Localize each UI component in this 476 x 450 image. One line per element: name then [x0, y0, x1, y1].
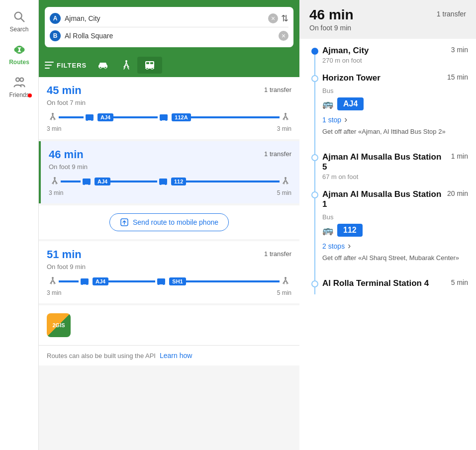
- walk-end-icon-2: [280, 176, 291, 187]
- svg-rect-30: [83, 179, 91, 183]
- svg-rect-13: [145, 61, 154, 68]
- route-header-1: 45 min 1 transfer: [47, 84, 291, 97]
- api-banner: 2GIS: [39, 305, 299, 345]
- svg-point-10: [99, 67, 101, 69]
- destination-input[interactable]: Al Rolla Square: [65, 32, 276, 40]
- svg-rect-45: [157, 278, 165, 283]
- route-start-time-3: 3 min: [47, 289, 61, 296]
- bus-step-icon-2a: [81, 176, 93, 187]
- learn-how-link[interactable]: Learn how: [160, 352, 192, 360]
- tl-stops-toggle-1[interactable]: 1 stop ›: [322, 114, 468, 125]
- swap-button[interactable]: ⇅: [281, 13, 288, 24]
- origin-input[interactable]: Ajman, City: [65, 14, 265, 22]
- route-steps-1: AJ4 112A: [47, 111, 291, 123]
- svg-point-18: [151, 68, 153, 70]
- origin-clear-button[interactable]: ×: [268, 13, 278, 23]
- search-area: A Ajman, City × ⇅ B Al Rolla Square ×: [39, 0, 299, 53]
- route-header-2: 46 min 1 transfer: [49, 148, 291, 161]
- car-icon: [97, 61, 108, 69]
- route-times-1: 3 min 3 min: [47, 125, 291, 132]
- route-start-time-2: 3 min: [49, 189, 63, 196]
- route-start-time-1: 3 min: [47, 125, 61, 132]
- tl-station-time-2: 15 min: [447, 73, 468, 81]
- svg-rect-7: [45, 65, 52, 66]
- tl-dot-2: [311, 75, 318, 82]
- tl-bus-label-2: Bus: [322, 213, 468, 221]
- sidebar-item-routes[interactable]: Routes: [0, 38, 38, 71]
- walk-bar-2: [61, 180, 81, 182]
- destination-clear-button[interactable]: ×: [279, 31, 288, 41]
- svg-point-11: [104, 67, 106, 69]
- bus-badge-112-2: 112: [171, 178, 186, 185]
- sidebar-search-label: Search: [9, 26, 28, 33]
- tl-station-name-3: Ajman Al Musalla Bus Station 5: [322, 152, 446, 172]
- route-header-3: 51 min 1 transfer: [47, 248, 291, 261]
- car-mode-button[interactable]: [91, 57, 115, 73]
- tl-dot-1: [311, 48, 318, 55]
- route-time-1: 45 min: [47, 84, 82, 97]
- bus-bar-2b: [186, 180, 280, 182]
- route-foot-2: On foot 9 min: [49, 163, 291, 171]
- detail-time-big: 46 min: [309, 7, 354, 23]
- walk-mode-button[interactable]: [115, 56, 137, 74]
- tl-bus-num-112: 112: [337, 224, 363, 237]
- bus-step-icon-2b: [157, 176, 169, 187]
- tl-bus-section-1: Bus 🚌 AJ4 1 stop › Get off after «Ajman,…: [322, 83, 468, 143]
- tl-bus-badge-row-2: 🚌 112: [322, 224, 468, 237]
- filter-icon: [45, 62, 54, 69]
- walk-step-icon-3: [47, 275, 59, 287]
- bus-step-icon-3b: [155, 275, 167, 287]
- svg-rect-15: [150, 62, 153, 64]
- route-transfer-1: 1 transfer: [264, 86, 291, 93]
- destination-badge: B: [50, 30, 61, 41]
- tl-bus-icon-1: 🚌: [322, 98, 333, 109]
- tl-station-time-1: 3 min: [451, 46, 468, 54]
- bus-step-icon-3a: [79, 275, 91, 287]
- main-panel: A Ajman, City × ⇅ B Al Rolla Square × FI…: [39, 0, 299, 450]
- tl-bus-section-2: Bus 🚌 112 2 stops › Get off after «Al Sh…: [322, 209, 468, 270]
- tl-station-time-3: 1 min: [451, 152, 468, 160]
- filters-button[interactable]: FILTERS: [45, 62, 91, 69]
- search-box: A Ajman, City × ⇅ B Al Rolla Square ×: [45, 7, 293, 47]
- route-time-3: 51 min: [47, 248, 82, 261]
- svg-point-17: [146, 68, 148, 70]
- route-card-3[interactable]: 51 min 1 transfer On foot 9 min AJ4 SH1: [39, 241, 299, 303]
- sidebar-item-friends[interactable]: Friends: [0, 71, 38, 103]
- bus-bar-3a: [108, 280, 155, 282]
- bus-bar-2a: [110, 180, 157, 182]
- walk-bar-1: [59, 116, 84, 118]
- svg-point-2: [14, 47, 18, 52]
- route-times-3: 3 min 5 min: [47, 289, 291, 296]
- tl-station-4: Ajman Al Musalla Bus Station 1 20 min: [322, 189, 468, 209]
- tl-station-3: Ajman Al Musalla Bus Station 5 1 min: [322, 152, 468, 172]
- bus-bar-3b: [186, 280, 280, 282]
- tl-stops-toggle-2[interactable]: 2 stops ›: [322, 241, 468, 251]
- route-card-1[interactable]: 45 min 1 transfer On foot 7 min AJ4 112A: [39, 77, 299, 139]
- bus-badge-aj4-1: AJ4: [97, 113, 113, 121]
- tl-item-horizon-tower: Horizon Tower 15 min Bus 🚌 AJ4 1 stop › …: [322, 66, 468, 145]
- bus-step-icon-1b: [158, 111, 170, 123]
- bus-step-icon-1a: [84, 111, 95, 123]
- route-transfer-2: 1 transfer: [264, 150, 291, 158]
- route-steps-2: AJ4 112: [49, 176, 291, 187]
- sidebar-item-search[interactable]: Search: [0, 5, 38, 38]
- routes-icon: [12, 43, 26, 57]
- tl-getoff-1: Get off after «Ajman, Al Ittihad Bus Sto…: [322, 128, 468, 135]
- tl-getoff-2: Get off after «Al Sharq Street, Mubarak …: [322, 254, 468, 262]
- svg-rect-20: [86, 114, 94, 119]
- route-card-2[interactable]: 46 min 1 transfer On foot 9 min AJ4 112: [39, 141, 299, 203]
- tl-sub-3: 67 m on foot: [322, 173, 468, 180]
- sidebar-routes-label: Routes: [9, 59, 29, 66]
- route-steps-3: AJ4 SH1: [47, 275, 291, 287]
- tl-bus-icon-2: 🚌: [322, 225, 333, 236]
- route-end-time-2: 5 min: [277, 189, 291, 196]
- bus-mode-button[interactable]: [137, 57, 162, 74]
- tl-station-name-2: Horizon Tower: [322, 73, 442, 83]
- send-route-button[interactable]: Send route to mobile phone: [109, 213, 229, 231]
- svg-line-1: [20, 18, 23, 21]
- detail-panel: 46 min On foot 9 min 1 transfer Ajman, C…: [299, 0, 476, 450]
- walk-end-icon-1: [280, 111, 291, 123]
- route-end-time-3: 5 min: [277, 289, 291, 296]
- tl-bus-num-aj4: AJ4: [337, 97, 364, 110]
- svg-rect-41: [81, 278, 89, 283]
